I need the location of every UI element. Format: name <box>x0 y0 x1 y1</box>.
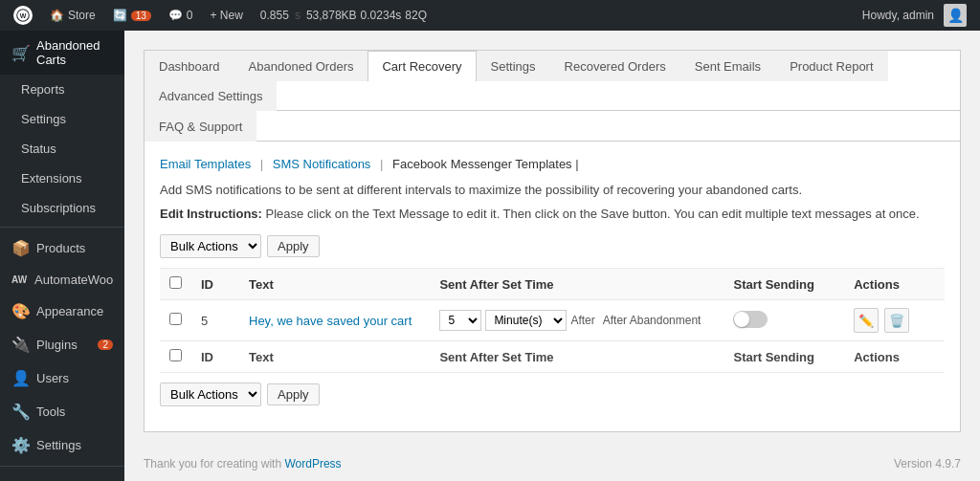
page-header: Dashboard Abandoned Orders Cart Recovery… <box>144 50 961 141</box>
wordpress-link[interactable]: WordPress <box>284 457 341 470</box>
sidebar-item-status-label: Status <box>21 142 56 156</box>
col-header-start-sending: Start Sending <box>724 269 844 300</box>
sidebar-item-tools[interactable]: 🔧 Tools <box>0 395 124 428</box>
store-item[interactable]: 🏠 Store <box>44 0 101 31</box>
email-templates-link[interactable]: Email Templates <box>160 157 251 171</box>
row-start-sending <box>724 300 844 341</box>
sub-nav-trailing-sep: | <box>575 157 578 171</box>
sidebar-item-subscriptions-label: Subscriptions <box>21 201 96 215</box>
sidebar-item-status[interactable]: Status <box>0 134 124 164</box>
sidebar-item-reports[interactable]: Reports <box>0 75 124 104</box>
select-all-checkbox-top[interactable] <box>169 276 182 289</box>
sidebar-item-extensions-label: Extensions <box>21 171 82 186</box>
sidebar: 🛒 Abandoned Carts Reports Settings Statu… <box>0 31 124 481</box>
edit-instructions-text: Please click on the Text Message to edit… <box>266 207 920 221</box>
time-unit-select[interactable]: Second(s) Minute(s) Hour(s) Day(s) <box>485 310 567 331</box>
query-count: 82Q <box>405 9 427 22</box>
col-header-text: Text <box>239 269 430 300</box>
tabs-row1: Dashboard Abandoned Orders Cart Recovery… <box>145 51 960 110</box>
toggle-knob <box>734 312 749 327</box>
comments-count: 0 <box>187 9 193 22</box>
comments-item[interactable]: 💬 0 <box>163 0 199 31</box>
sidebar-item-products-label: Products <box>36 241 85 255</box>
comments-icon: 💬 <box>168 9 183 22</box>
users-icon: 👤 <box>11 369 29 387</box>
sms-table: ID Text Sent After Set Time Start Sendin… <box>160 268 945 373</box>
sidebar-item-extensions[interactable]: Extensions <box>0 164 124 193</box>
tools-icon: 🔧 <box>11 403 29 421</box>
howdy-item[interactable]: Howdy, admin 👤 <box>857 0 972 31</box>
new-item[interactable]: + New <box>205 0 249 31</box>
time-value-select[interactable]: 5 10 15 30 <box>439 310 481 331</box>
bulk-actions-select-bottom[interactable]: Bulk ActionsDelete <box>160 383 261 406</box>
delete-action-button[interactable]: 🗑️ <box>884 308 909 333</box>
store-icon: 🏠 <box>50 9 64 22</box>
apply-button-top[interactable]: Apply <box>267 235 320 257</box>
plugins-badge: 2 <box>98 339 113 350</box>
row-cb <box>160 300 191 341</box>
table-footer-header-row: ID Text Sent After Set Time Start Sendin… <box>160 341 945 373</box>
row-checkbox[interactable] <box>169 313 182 325</box>
menu-separator-1 <box>0 227 124 228</box>
updates-item[interactable]: 🔄 13 <box>107 0 157 31</box>
tab-settings[interactable]: Settings <box>477 51 550 81</box>
tab-abandoned-orders[interactable]: Abandoned Orders <box>234 51 368 81</box>
edit-action-button[interactable]: ✏️ <box>854 308 879 333</box>
sidebar-item-settings2[interactable]: ⚙️ Settings <box>0 428 124 462</box>
abandonment-label: After Abandonment <box>603 314 702 327</box>
col-footer-sent-after: Sent After Set Time <box>430 341 724 373</box>
sidebar-item-appearance[interactable]: 🎨 Appearance <box>0 295 124 328</box>
sidebar-item-abandoned-carts-label: Abandoned Carts <box>36 38 113 67</box>
sub-nav: Email Templates | SMS Notifications | Fa… <box>160 157 945 171</box>
tab-dashboard[interactable]: Dashboard <box>145 51 234 81</box>
col-header-cb <box>160 269 191 300</box>
perf-item: 0.855 s 53,878KB 0.0234s 82Q <box>255 0 433 31</box>
updates-icon: 🔄 <box>113 9 127 22</box>
sidebar-item-products[interactable]: 📦 Products <box>0 231 124 265</box>
sidebar-item-elementor[interactable]: E Elementor <box>0 470 124 481</box>
svg-text:W: W <box>20 12 27 19</box>
sub-nav-sep1: | <box>260 157 267 171</box>
sidebar-item-settings[interactable]: Settings <box>0 104 124 134</box>
query-label: 0.0234s <box>361 9 402 22</box>
row-text[interactable]: Hey, we have saved your cart <box>239 300 430 341</box>
user-avatar: 👤 <box>944 4 967 27</box>
wp-logo-icon: W <box>13 6 33 25</box>
memory-label: 53,878KB <box>306 9 357 22</box>
start-sending-toggle[interactable] <box>733 311 768 328</box>
menu-separator-2 <box>0 466 124 467</box>
row-id: 5 <box>191 300 239 341</box>
updates-count: 13 <box>131 11 151 21</box>
after-label: After <box>570 314 594 327</box>
sms-notifications-link[interactable]: SMS Notifications <box>273 157 371 171</box>
apply-button-bottom[interactable]: Apply <box>267 383 320 405</box>
edit-instructions: Edit Instructions: Please click on the T… <box>160 207 945 221</box>
footer-text: Thank you for creating with WordPress <box>144 457 342 470</box>
sidebar-item-abandoned-carts[interactable]: 🛒 Abandoned Carts <box>0 31 124 75</box>
col-header-sent-after: Sent After Set Time <box>430 269 724 300</box>
edit-icon: ✏️ <box>858 314 874 328</box>
tab-recovered-orders[interactable]: Recovered Orders <box>550 51 680 81</box>
col-footer-start-sending: Start Sending <box>724 341 844 373</box>
tab-cart-recovery[interactable]: Cart Recovery <box>368 51 476 81</box>
sidebar-item-reports-label: Reports <box>21 82 65 97</box>
wp-logo-item[interactable]: W <box>8 0 38 31</box>
sidebar-item-users[interactable]: 👤 Users <box>0 361 124 395</box>
tab-faq-support[interactable]: FAQ & Support <box>145 111 256 142</box>
tab-sent-emails[interactable]: Sent Emails <box>680 51 775 81</box>
row-actions: ✏️ 🗑️ <box>844 300 945 341</box>
select-all-checkbox-bottom[interactable] <box>169 349 182 361</box>
sidebar-item-subscriptions[interactable]: Subscriptions <box>0 193 124 223</box>
sidebar-item-settings-label: Settings <box>21 112 66 126</box>
sidebar-item-appearance-label: Appearance <box>36 304 103 318</box>
perf-label: 0.855 <box>260 9 289 22</box>
bulk-actions-select-top[interactable]: Bulk ActionsDelete <box>160 234 261 258</box>
sidebar-item-plugins[interactable]: 🔌 Plugins 2 <box>0 328 124 361</box>
main-content: Dashboard Abandoned Orders Cart Recovery… <box>124 31 980 481</box>
sidebar-item-automatewoo[interactable]: AW AutomateWoo <box>0 265 124 295</box>
automatewoo-icon: AW <box>11 274 27 285</box>
tab-product-report[interactable]: Product Report <box>775 51 887 81</box>
col-footer-actions: Actions <box>844 341 945 373</box>
tab-advanced-settings[interactable]: Advanced Settings <box>145 80 277 111</box>
col-header-actions: Actions <box>844 269 945 300</box>
